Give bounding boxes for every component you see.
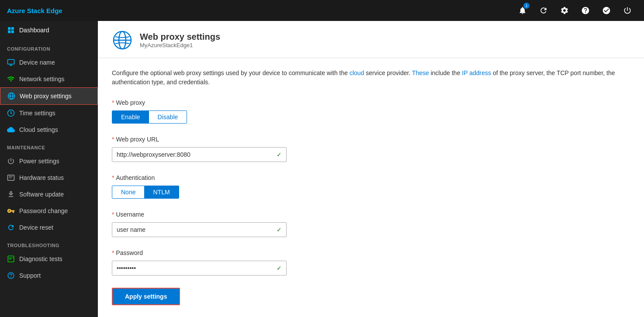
sidebar: Dashboard CONFIGURATION Device name Netw… xyxy=(0,21,98,317)
feedback-button[interactable] xyxy=(597,0,616,21)
sidebar-item-device-reset[interactable]: Device reset xyxy=(0,219,98,236)
dashboard-icon xyxy=(7,26,15,34)
time-settings-label: Time settings xyxy=(19,110,55,117)
sidebar-item-network-settings[interactable]: Network settings xyxy=(0,71,98,87)
username-label: *Username xyxy=(112,211,630,218)
device-reset-icon xyxy=(7,224,15,231)
content-header: Web proxy settings MyAzureStackEdge1 xyxy=(98,21,644,58)
hardware-status-label: Hardware status xyxy=(19,174,64,181)
hardware-status-icon xyxy=(7,174,15,182)
topbar: Azure Stack Edge 1 xyxy=(0,0,644,21)
settings-button[interactable] xyxy=(555,0,574,21)
password-input[interactable] xyxy=(112,261,272,275)
power-settings-icon xyxy=(7,157,15,165)
password-change-icon xyxy=(7,207,15,215)
sidebar-item-time-settings[interactable]: Time settings xyxy=(0,105,98,121)
password-label: *Password xyxy=(112,249,630,256)
sidebar-item-dashboard[interactable]: Dashboard xyxy=(0,21,98,39)
section-configuration: CONFIGURATION xyxy=(0,39,98,54)
sidebar-item-web-proxy-settings[interactable]: Web proxy settings xyxy=(0,87,98,105)
sidebar-item-cloud-settings[interactable]: Cloud settings xyxy=(0,121,98,138)
diagnostic-tests-label: Diagnostic tests xyxy=(19,255,62,262)
support-label: Support xyxy=(19,272,41,279)
help-button[interactable] xyxy=(576,0,595,21)
required-star-username: * xyxy=(112,211,114,218)
cloud-settings-icon xyxy=(7,126,15,134)
required-star-url: * xyxy=(112,136,114,143)
description-text: Configure the optional web proxy setting… xyxy=(112,69,630,87)
web-proxy-label: *Web proxy xyxy=(112,99,630,106)
sidebar-item-password-change[interactable]: Password change xyxy=(0,203,98,219)
web-proxy-url-check-icon: ✓ xyxy=(272,148,286,162)
description-link-cloud: cloud xyxy=(350,69,364,76)
notifications-button[interactable]: 1 xyxy=(513,0,532,21)
web-proxy-url-field-group: *Web proxy URL ✓ xyxy=(112,136,630,162)
web-proxy-disable-button[interactable]: Disable xyxy=(149,111,187,123)
web-proxy-url-input-wrapper: ✓ xyxy=(112,147,287,162)
apply-settings-button[interactable]: Apply settings xyxy=(112,288,180,305)
content-area: Web proxy settings MyAzureStackEdge1 Con… xyxy=(98,21,644,317)
device-reset-label: Device reset xyxy=(19,224,53,231)
sidebar-item-hardware-status[interactable]: Hardware status xyxy=(0,169,98,186)
authentication-label: *Authentication xyxy=(112,174,630,181)
sidebar-item-support[interactable]: Support xyxy=(0,267,98,284)
topbar-icons: 1 xyxy=(513,0,637,21)
username-check-icon: ✓ xyxy=(272,223,286,237)
power-settings-label: Power settings xyxy=(19,158,59,165)
sidebar-item-software-update[interactable]: Software update xyxy=(0,186,98,203)
username-input[interactable] xyxy=(112,223,272,237)
page-icon xyxy=(112,30,133,51)
web-proxy-enable-button[interactable]: Enable xyxy=(112,111,149,123)
notification-badge: 1 xyxy=(523,3,530,9)
username-field-group: *Username ✓ xyxy=(112,211,630,237)
dashboard-label: Dashboard xyxy=(19,27,49,34)
sidebar-item-power-settings[interactable]: Power settings xyxy=(0,153,98,169)
software-update-icon xyxy=(7,190,15,198)
network-settings-icon xyxy=(7,75,15,83)
support-icon xyxy=(7,272,15,279)
app-title: Azure Stack Edge xyxy=(7,7,513,14)
required-star-password: * xyxy=(112,249,114,256)
content-header-text: Web proxy settings MyAzureStackEdge1 xyxy=(140,32,220,48)
network-settings-label: Network settings xyxy=(19,76,64,83)
sidebar-item-device-name[interactable]: Device name xyxy=(0,54,98,71)
content-body: Configure the optional web proxy setting… xyxy=(98,58,644,317)
main-layout: Dashboard CONFIGURATION Device name Netw… xyxy=(0,21,644,317)
device-name-label: Device name xyxy=(19,59,55,66)
authentication-toggle-group: None NTLM xyxy=(112,186,179,199)
required-star-auth: * xyxy=(112,174,114,181)
svg-rect-0 xyxy=(8,59,14,64)
time-settings-icon xyxy=(7,109,15,117)
sidebar-item-diagnostic-tests[interactable]: Diagnostic tests xyxy=(0,251,98,267)
section-troubleshooting: TROUBLESHOOTING xyxy=(0,236,98,251)
web-proxy-settings-label: Web proxy settings xyxy=(20,93,72,100)
page-subtitle: MyAzureStackEdge1 xyxy=(140,42,220,48)
auth-ntlm-button[interactable]: NTLM xyxy=(144,186,178,198)
web-proxy-url-label: *Web proxy URL xyxy=(112,136,630,143)
refresh-button[interactable] xyxy=(534,0,553,21)
password-input-wrapper: ✓ xyxy=(112,261,287,276)
description-link-ip: IP address xyxy=(462,69,491,76)
page-title: Web proxy settings xyxy=(140,32,220,42)
required-star-proxy: * xyxy=(112,99,114,106)
device-name-icon xyxy=(7,59,15,66)
description-link-these: These xyxy=(412,69,429,76)
password-change-label: Password change xyxy=(19,207,68,214)
web-proxy-icon xyxy=(7,92,15,100)
username-input-wrapper: ✓ xyxy=(112,222,287,237)
power-button[interactable] xyxy=(618,0,637,21)
web-proxy-field-group: *Web proxy Enable Disable xyxy=(112,99,630,124)
software-update-label: Software update xyxy=(19,191,64,198)
password-field-group: *Password ✓ xyxy=(112,249,630,276)
password-check-icon: ✓ xyxy=(272,261,286,275)
web-proxy-url-input[interactable] xyxy=(112,148,272,162)
web-proxy-toggle-group: Enable Disable xyxy=(112,110,187,124)
diagnostic-tests-icon xyxy=(7,255,15,263)
section-maintenance: MAINTENANCE xyxy=(0,138,98,153)
cloud-settings-label: Cloud settings xyxy=(19,126,58,133)
auth-none-button[interactable]: None xyxy=(112,186,144,198)
authentication-field-group: *Authentication None NTLM xyxy=(112,174,630,199)
